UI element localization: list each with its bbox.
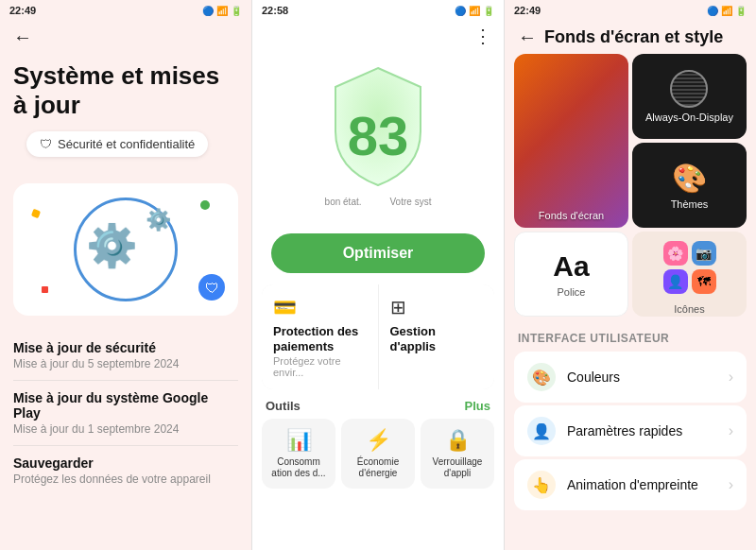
wifi-icon: 📶: [216, 6, 228, 16]
tool-item-payments[interactable]: 💳 Protection des paiements Protégez votr…: [262, 284, 378, 389]
interface-section-header: INTERFACE UTILISATEUR: [505, 322, 756, 349]
panel-security: 22:58 🔵 📶 🔋 ⋮ 83 bon état. Votr: [251, 0, 505, 550]
back-button-3[interactable]: ←: [518, 26, 537, 48]
bt-icon-3: 🔵: [707, 6, 718, 16]
font-label: Police: [558, 286, 586, 298]
wifi-icon-3: 📶: [721, 6, 732, 16]
status-bar-1: 22:49 🔵 📶 🔋: [0, 0, 251, 21]
apps-icon: ⊞: [390, 296, 484, 318]
gear-big-icon: ⚙️: [86, 221, 138, 270]
score-number: 83: [348, 109, 409, 163]
gear-circle: ⚙️ ⚙️: [74, 198, 178, 301]
tools-grid: 💳 Protection des paiements Protégez votr…: [262, 284, 494, 389]
back-button-1[interactable]: ←: [0, 21, 251, 54]
mini-tool-energy[interactable]: ⚡ Économie d'énergie: [341, 419, 415, 489]
update-sub-1: Mise à jour du 1 septembre 2024: [13, 422, 238, 436]
security-label: Sécurité et confidentialité: [58, 137, 195, 151]
cell-icons[interactable]: 🌸 📷 👤 🗺 Icônes: [632, 232, 747, 317]
cell-themes-proper[interactable]: 🎨 Thèmes: [632, 143, 747, 228]
battery-icon: 🔋: [231, 6, 242, 16]
icon-app-2: 📷: [692, 241, 716, 266]
aod-icon-proper: [670, 70, 708, 108]
illustration-area: ⚙️ ⚙️ 🛡: [13, 183, 238, 316]
time-3: 22:49: [514, 5, 541, 16]
quick-settings-icon: 👤: [527, 417, 556, 445]
security-badge[interactable]: 🛡 Sécurité et confidentialité: [26, 131, 208, 157]
themes-icon-proper: 🎨: [672, 162, 707, 195]
status-icons-3: 🔵 📶 🔋: [707, 6, 747, 16]
icon-app-1: 🌸: [663, 241, 688, 266]
tool-sub-0: Protégez votre envir...: [273, 355, 367, 378]
time-1: 22:49: [9, 5, 36, 16]
gear-small-icon: ⚙️: [146, 208, 171, 232]
update-item-security[interactable]: Mise à jour de sécurité Mise à jour du 5…: [0, 331, 251, 380]
update-title-1: Mise à jour du système Google Play: [13, 390, 238, 421]
mini-label-0: Consomm ation des d...: [267, 456, 330, 479]
themes-label-proper: Thèmes: [671, 198, 709, 210]
tool-item-apps[interactable]: ⊞ Gestion d'applis: [379, 284, 495, 389]
status-icons-1: 🔵 📶 🔋: [202, 6, 242, 16]
lock-icon: 🔒: [445, 428, 471, 453]
status-bar-2: 22:58 🔵 📶 🔋: [252, 0, 504, 21]
bt-icon: 🔵: [202, 6, 214, 16]
wallpaper-label-proper: Fonds d'écran: [514, 210, 628, 221]
bt-icon-2: 🔵: [455, 6, 466, 16]
cell-aod-proper[interactable]: Always-On-Display: [632, 54, 747, 139]
chevron-icon-anim: ›: [729, 476, 733, 493]
mini-label-1: Économie d'énergie: [347, 456, 409, 479]
chevron-icon-colors: ›: [729, 369, 733, 386]
score-area: 83 bon état. Votre syst: [252, 51, 504, 222]
mini-label-2: Verrouillage d'appli: [426, 456, 489, 479]
payments-icon: 💳: [273, 296, 367, 318]
animation-icon: 👆: [527, 471, 556, 499]
panel2-header: ⋮: [252, 21, 504, 51]
consumption-icon: 📊: [286, 428, 312, 453]
score-right-label: Votre syst: [390, 197, 432, 207]
update-item-google[interactable]: Mise à jour du système Google Play Mise …: [0, 381, 251, 445]
colors-label: Couleurs: [567, 370, 729, 385]
score-labels: bon état. Votre syst: [325, 197, 432, 207]
time-2: 22:58: [262, 5, 288, 16]
cell-wallpaper-proper[interactable]: Fonds d'écran: [514, 54, 628, 228]
page-title-3: Fonds d'écran et style: [544, 27, 723, 47]
deco-dot-red: [42, 286, 48, 293]
icon-app-4: 🗺: [692, 269, 716, 294]
page-title-1: Système et misesà jour: [0, 54, 251, 131]
wifi-icon-2: 📶: [469, 6, 480, 16]
animation-label: Animation d'empreinte: [567, 477, 729, 492]
plus-button[interactable]: Plus: [465, 399, 490, 413]
chevron-icon-quick: ›: [729, 422, 733, 439]
panel-wallpaper-style: 22:49 🔵 📶 🔋 ← Fonds d'écran et style Fon…: [505, 0, 756, 550]
status-icons-2: 🔵 📶 🔋: [455, 6, 494, 16]
deco-dot-yellow: [31, 209, 41, 218]
quick-settings-label: Paramètres rapides: [567, 423, 729, 438]
battery-icon-2: 🔋: [483, 6, 494, 16]
update-title-0: Mise à jour de sécurité: [13, 340, 238, 355]
colors-icon: 🎨: [527, 363, 556, 391]
style-grid-proper: Fonds d'écran Always-On-Display 🎨 Thèmes…: [505, 54, 756, 322]
tool-name-0: Protection des paiements: [273, 324, 367, 353]
more-options-button[interactable]: ⋮: [473, 25, 492, 47]
update-title-2: Sauvegarder: [13, 455, 238, 471]
optimize-button[interactable]: Optimiser: [271, 233, 485, 273]
shield-score: 83: [317, 60, 439, 193]
update-item-backup[interactable]: Sauvegarder Protégez les données de votr…: [0, 446, 251, 495]
status-bar-3: 22:49 🔵 📶 🔋: [505, 0, 756, 21]
update-sub-0: Mise à jour du 5 septembre 2024: [13, 357, 238, 370]
deco-dot-green: [200, 200, 210, 210]
energy-icon: ⚡: [366, 428, 391, 453]
outils-row: Outils Plus: [252, 389, 504, 419]
cell-font[interactable]: Aa Police: [514, 232, 628, 317]
panel-system-updates: 22:49 🔵 📶 🔋 ← Système et misesà jour 🛡 S…: [0, 0, 251, 550]
list-item-quick-settings[interactable]: 👤 Paramètres rapides ›: [514, 405, 747, 456]
list-item-colors[interactable]: 🎨 Couleurs ›: [514, 352, 747, 403]
list-item-animation[interactable]: 👆 Animation d'empreinte ›: [514, 459, 747, 510]
mini-tool-consumption[interactable]: 📊 Consomm ation des d...: [262, 419, 335, 489]
mini-tool-lock[interactable]: 🔒 Verrouillage d'appli: [421, 419, 494, 489]
font-aa-icon: Aa: [553, 250, 589, 283]
panel3-header: ← Fonds d'écran et style: [505, 21, 756, 54]
icon-app-3: 👤: [663, 269, 688, 294]
battery-icon-3: 🔋: [735, 6, 747, 16]
shield-badge-icon: 🛡: [198, 274, 225, 301]
icons-preview: 🌸 📷 👤 🗺: [656, 233, 724, 301]
